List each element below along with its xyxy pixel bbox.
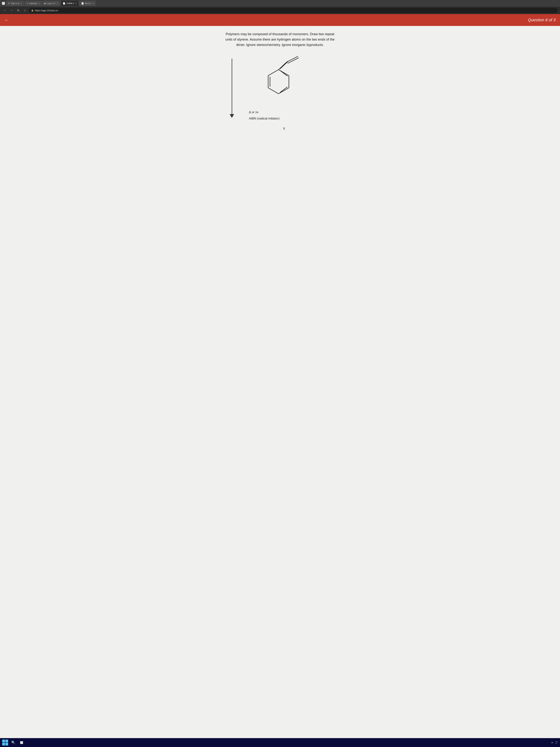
taskbar: 🔍 ⬜ ▪▪ 🎵 bbox=[0, 738, 560, 747]
tab-5-close-button[interactable]: ✕ bbox=[92, 2, 94, 4]
svg-line-0 bbox=[278, 70, 289, 76]
address-bar[interactable]: 🔒 https://app.101edu.co bbox=[29, 8, 558, 13]
tab-3-icon: ▶ bbox=[45, 2, 46, 5]
tab-2-label: Calendar bbox=[29, 2, 37, 4]
start-button[interactable] bbox=[2, 740, 8, 746]
back-button[interactable]: ← bbox=[2, 8, 7, 13]
condition-aibn: AIBN (radical initiator) bbox=[249, 117, 279, 121]
taskbar-icon-2[interactable]: 🎵 bbox=[555, 741, 558, 744]
tab-3-label: Log in | F bbox=[47, 2, 56, 4]
taskbar-search-button[interactable]: 🔍 bbox=[10, 740, 16, 746]
tab-chem1[interactable]: 📄 CHEM 1 ✕ bbox=[61, 1, 79, 6]
svg-line-2 bbox=[278, 88, 289, 94]
svg-line-9 bbox=[278, 62, 287, 70]
app-container: ← Question 6 of 3 Polymers may be compos… bbox=[0, 14, 560, 738]
tab-sign-in[interactable]: ✗ Sign in to ✕ bbox=[6, 1, 24, 6]
drawing-area: Δ or λv AIBN (radical initiator) ∨ bbox=[7, 53, 553, 732]
app-header: ← Question 6 of 3 bbox=[0, 14, 560, 26]
svg-line-7 bbox=[280, 71, 288, 76]
forward-button[interactable]: → bbox=[9, 8, 14, 13]
tab-2-close-button[interactable]: ✕ bbox=[38, 2, 40, 4]
home-button[interactable]: ⌂ bbox=[22, 8, 27, 13]
left-toolbar bbox=[230, 53, 234, 118]
refresh-button[interactable]: ↻ bbox=[16, 8, 21, 13]
start-icon-tr bbox=[5, 740, 8, 742]
tab-4-icon: 📄 bbox=[63, 2, 65, 5]
app-back-button[interactable]: ← bbox=[4, 18, 9, 22]
svg-line-10 bbox=[280, 61, 288, 69]
chevron-down-button[interactable]: ∨ bbox=[279, 125, 289, 132]
molecule-canvas[interactable]: Δ or λv AIBN (radical initiator) ∨ bbox=[238, 53, 330, 132]
tab-1-close-button[interactable]: ✕ bbox=[21, 2, 22, 4]
tab-1-icon: ✗ bbox=[8, 2, 10, 5]
tab-bar: ⬜ ✗ Sign in to ✕ ≡ Calendar ✕ ▶ Log in |… bbox=[0, 0, 560, 7]
url-text: https://app.101edu.co bbox=[35, 9, 58, 12]
svg-line-8 bbox=[280, 87, 287, 93]
tab-login[interactable]: ▶ Log in | F ✕ bbox=[43, 1, 60, 6]
start-icon-bl bbox=[2, 743, 5, 746]
conditions-area: Δ or λv AIBN (radical initiator) bbox=[249, 110, 279, 123]
chevron-container: ∨ bbox=[279, 125, 289, 132]
condition-heat-light: Δ or λv bbox=[249, 110, 279, 114]
tab-file[interactable]: 📄 file (1). ✕ bbox=[79, 1, 96, 6]
question-label: Question 6 of 3 bbox=[528, 18, 556, 22]
lock-icon: 🔒 bbox=[31, 9, 34, 12]
tab-4-close-button[interactable]: ✕ bbox=[75, 2, 77, 4]
toolbar-vertical-line bbox=[232, 58, 232, 114]
start-icon-br bbox=[5, 743, 8, 746]
tab-1-label: Sign in to bbox=[11, 2, 20, 4]
taskbar-icon-1[interactable]: ▪▪ bbox=[551, 741, 553, 744]
taskbar-task-view-button[interactable]: ⬜ bbox=[19, 740, 24, 746]
navigation-bar: ← → ↻ ⌂ 🔒 https://app.101edu.co bbox=[0, 7, 560, 14]
svg-line-3 bbox=[268, 88, 278, 94]
question-text: Polymers may be composed of thousands of… bbox=[224, 31, 336, 47]
sidebar-toggle-button[interactable]: ⬜ bbox=[1, 1, 6, 6]
start-icon-tl bbox=[2, 740, 5, 742]
taskbar-right-area: ▪▪ 🎵 bbox=[551, 741, 558, 744]
styrene-molecule-diagram bbox=[252, 53, 316, 105]
svg-line-5 bbox=[268, 70, 278, 76]
browser-chrome: ⬜ ✗ Sign in to ✕ ≡ Calendar ✕ ▶ Log in |… bbox=[0, 0, 560, 14]
tab-5-label: file (1). bbox=[85, 2, 91, 4]
tab-3-close-button[interactable]: ✕ bbox=[57, 2, 58, 4]
toolbar-arrow-down-icon bbox=[230, 114, 234, 118]
tab-5-icon: 📄 bbox=[81, 2, 84, 5]
tab-4-label: CHEM 1 bbox=[66, 2, 74, 4]
main-content: Polymers may be composed of thousands of… bbox=[0, 26, 560, 738]
tab-calendar[interactable]: ≡ Calendar ✕ bbox=[25, 1, 42, 6]
tab-2-icon: ≡ bbox=[27, 2, 28, 4]
